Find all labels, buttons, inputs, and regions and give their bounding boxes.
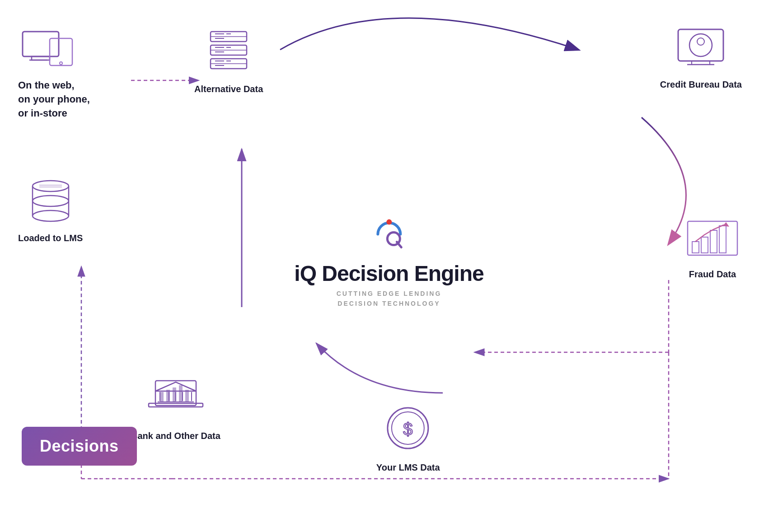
svg-text:$: $ bbox=[403, 420, 413, 439]
logo-title: iQ Decision Engine bbox=[294, 261, 483, 286]
loaded-lms-icon bbox=[21, 176, 80, 226]
lms-data-label: Your LMS Data bbox=[376, 462, 440, 473]
node-alternative-data: Alternative Data bbox=[194, 27, 263, 95]
svg-rect-46 bbox=[710, 230, 717, 253]
svg-rect-18 bbox=[23, 32, 59, 56]
fraud-data-icon bbox=[683, 217, 742, 262]
alternative-data-label: Alternative Data bbox=[194, 83, 263, 95]
diagram-container: iQ Decision Engine CUTTING EDGE LENDING … bbox=[0, 0, 778, 532]
svg-rect-57 bbox=[179, 385, 183, 402]
web-label: On the web, on your phone, or in-store bbox=[18, 79, 90, 120]
svg-point-15 bbox=[386, 219, 392, 225]
svg-point-72 bbox=[33, 210, 69, 221]
bank-data-label: Bank and Other Data bbox=[131, 430, 220, 442]
iq-logo-icon bbox=[369, 214, 409, 255]
svg-rect-45 bbox=[701, 237, 708, 253]
node-lms-data: $ Your LMS Data bbox=[376, 401, 440, 473]
alternative-data-icon bbox=[202, 27, 256, 77]
node-bank-data: Bank and Other Data bbox=[131, 374, 220, 442]
node-web: On the web, on your phone, or in-store bbox=[18, 27, 90, 120]
svg-point-22 bbox=[60, 62, 62, 65]
decisions-label: Decisions bbox=[40, 437, 119, 455]
svg-rect-44 bbox=[692, 242, 699, 253]
svg-point-66 bbox=[33, 181, 69, 191]
logo-subtitle: CUTTING EDGE LENDING DECISION TECHNOLOGY bbox=[294, 289, 483, 309]
node-loaded-lms: Loaded to LMS bbox=[18, 176, 83, 244]
svg-rect-54 bbox=[160, 392, 164, 402]
web-icon bbox=[18, 27, 90, 72]
svg-rect-47 bbox=[719, 226, 726, 253]
loaded-lms-label: Loaded to LMS bbox=[18, 232, 83, 244]
node-credit-bureau: Credit Bureau Data bbox=[660, 27, 742, 90]
svg-point-69 bbox=[33, 196, 69, 206]
svg-point-40 bbox=[697, 38, 704, 45]
lms-data-icon: $ bbox=[381, 401, 435, 455]
credit-bureau-icon bbox=[671, 27, 730, 72]
bank-data-icon bbox=[144, 374, 207, 424]
fraud-data-label: Fraud Data bbox=[683, 268, 742, 280]
decisions-badge: Decisions bbox=[22, 427, 137, 466]
svg-rect-43 bbox=[688, 221, 737, 255]
node-fraud-data: Fraud Data bbox=[683, 217, 742, 280]
svg-point-17 bbox=[387, 233, 400, 245]
credit-bureau-label: Credit Bureau Data bbox=[660, 79, 742, 90]
center-logo: iQ Decision Engine CUTTING EDGE LENDING … bbox=[294, 214, 483, 309]
